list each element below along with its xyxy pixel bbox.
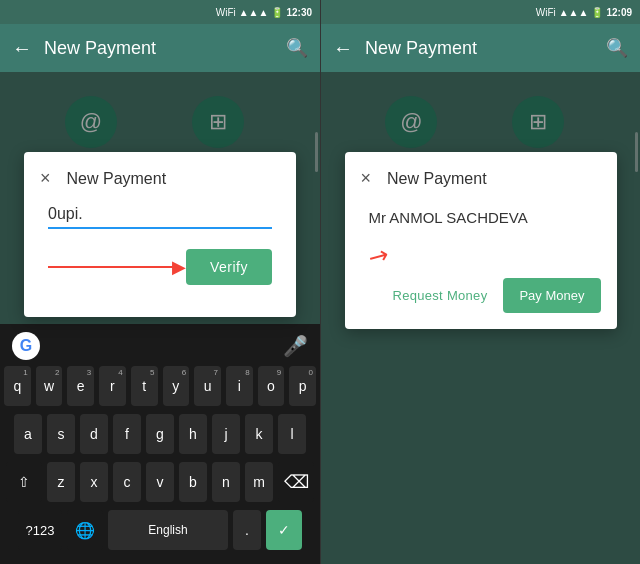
key-u[interactable]: 7u bbox=[194, 366, 221, 406]
key-o[interactable]: 9o bbox=[258, 366, 285, 406]
dialog-actions: Request Money Pay Money bbox=[361, 278, 601, 313]
key-e[interactable]: 3e bbox=[67, 366, 94, 406]
key-w[interactable]: 2w bbox=[36, 366, 63, 406]
dialog-arrow-row: ▶ Verify bbox=[40, 249, 280, 285]
key-m[interactable]: m bbox=[245, 462, 273, 502]
time-left: 12:30 bbox=[286, 7, 312, 18]
key-l[interactable]: l bbox=[278, 414, 306, 454]
new-payment-dialog-right: × New Payment Mr ANMOL SACHDEVA ↗ Reques… bbox=[345, 152, 617, 329]
user-name: Mr ANMOL SACHDEVA bbox=[361, 205, 601, 242]
red-line bbox=[48, 266, 176, 268]
app-header-left: ← New Payment 🔍 bbox=[0, 24, 320, 72]
key-b[interactable]: b bbox=[179, 462, 207, 502]
key-numbers[interactable]: ?123 bbox=[18, 510, 62, 550]
keyboard-row-3: ⇧ z x c v b n m ⌫ bbox=[4, 462, 316, 502]
keyboard-row-2: a s d f g h j k l bbox=[4, 414, 316, 454]
key-v[interactable]: v bbox=[146, 462, 174, 502]
dialog-input-row bbox=[40, 205, 280, 229]
dialog-header-left: × New Payment bbox=[40, 168, 280, 189]
key-g[interactable]: g bbox=[146, 414, 174, 454]
keyboard-area: G 🎤 1q 2w 3e 4r 5t 6y 7u 8i 9o 0p a s d … bbox=[0, 324, 320, 564]
left-panel: WiFi ▲▲▲ 🔋 12:30 ← New Payment 🔍 @ TO UP… bbox=[0, 0, 320, 564]
new-payment-dialog-left: × New Payment ▶ Verify bbox=[24, 152, 296, 317]
key-i[interactable]: 8i bbox=[226, 366, 253, 406]
status-bar-left: WiFi ▲▲▲ 🔋 12:30 bbox=[0, 0, 320, 24]
dialog-close-left[interactable]: × bbox=[40, 168, 51, 189]
key-space[interactable]: English bbox=[108, 510, 228, 550]
key-f[interactable]: f bbox=[113, 414, 141, 454]
key-globe[interactable]: 🌐 bbox=[67, 510, 103, 550]
signal-icon-right: ▲▲▲ bbox=[559, 7, 589, 18]
dialog-title-left: New Payment bbox=[67, 170, 167, 188]
pay-money-button[interactable]: Pay Money bbox=[503, 278, 600, 313]
arrow-right-icon: ▶ bbox=[172, 256, 186, 278]
request-money-button[interactable]: Request Money bbox=[389, 280, 492, 311]
key-x[interactable]: x bbox=[80, 462, 108, 502]
key-j[interactable]: j bbox=[212, 414, 240, 454]
key-d[interactable]: d bbox=[80, 414, 108, 454]
status-icons-left: WiFi ▲▲▲ 🔋 12:30 bbox=[216, 7, 312, 18]
main-content-left: @ TO UPI ID ⊞ Scan QR code × New Payment bbox=[0, 72, 320, 324]
key-y[interactable]: 6y bbox=[163, 366, 190, 406]
key-k[interactable]: k bbox=[245, 414, 273, 454]
right-panel: WiFi ▲▲▲ 🔋 12:09 ← New Payment 🔍 @ TO UP… bbox=[320, 0, 640, 564]
back-button-left[interactable]: ← bbox=[12, 37, 32, 60]
time-right: 12:09 bbox=[606, 7, 632, 18]
header-title-right: New Payment bbox=[365, 38, 594, 59]
wifi-icon: WiFi bbox=[216, 7, 236, 18]
dialog-overlay-left: × New Payment ▶ Verify bbox=[0, 72, 320, 324]
key-q[interactable]: 1q bbox=[4, 366, 31, 406]
key-check[interactable]: ✓ bbox=[266, 510, 302, 550]
google-logo: G bbox=[12, 332, 40, 360]
search-icon-left[interactable]: 🔍 bbox=[286, 37, 308, 59]
key-shift[interactable]: ⇧ bbox=[6, 462, 42, 502]
wifi-icon-right: WiFi bbox=[536, 7, 556, 18]
key-z[interactable]: z bbox=[47, 462, 75, 502]
verify-button[interactable]: Verify bbox=[186, 249, 272, 285]
dialog-header-right: × New Payment bbox=[361, 168, 601, 189]
key-p[interactable]: 0p bbox=[289, 366, 316, 406]
status-bar-right: WiFi ▲▲▲ 🔋 12:09 bbox=[321, 0, 640, 24]
dialog-close-right[interactable]: × bbox=[361, 168, 372, 189]
app-header-right: ← New Payment 🔍 bbox=[321, 24, 640, 72]
key-period[interactable]: . bbox=[233, 510, 261, 550]
key-t[interactable]: 5t bbox=[131, 366, 158, 406]
search-icon-right[interactable]: 🔍 bbox=[606, 37, 628, 59]
key-s[interactable]: s bbox=[47, 414, 75, 454]
key-r[interactable]: 4r bbox=[99, 366, 126, 406]
header-title-left: New Payment bbox=[44, 38, 274, 59]
back-button-right[interactable]: ← bbox=[333, 37, 353, 60]
battery-icon: 🔋 bbox=[271, 7, 283, 18]
key-h[interactable]: h bbox=[179, 414, 207, 454]
main-content-right: @ TO UPI ID ⊞ Scan QR code × New Payment… bbox=[321, 72, 640, 564]
signal-icon: ▲▲▲ bbox=[239, 7, 269, 18]
red-arrow-icon: ↗ bbox=[363, 239, 394, 273]
key-c[interactable]: c bbox=[113, 462, 141, 502]
dialog-title-right: New Payment bbox=[387, 170, 487, 188]
dialog-overlay-right: × New Payment Mr ANMOL SACHDEVA ↗ Reques… bbox=[321, 72, 640, 564]
dialog-arrow-row2: ↗ bbox=[361, 242, 601, 270]
keyboard-row-4: ?123 🌐 English . ✓ bbox=[4, 510, 316, 550]
status-icons-right: WiFi ▲▲▲ 🔋 12:09 bbox=[536, 7, 632, 18]
upi-input[interactable] bbox=[48, 205, 272, 229]
key-a[interactable]: a bbox=[14, 414, 42, 454]
key-n[interactable]: n bbox=[212, 462, 240, 502]
mic-icon[interactable]: 🎤 bbox=[283, 334, 308, 358]
key-delete[interactable]: ⌫ bbox=[278, 462, 314, 502]
battery-icon-right: 🔋 bbox=[591, 7, 603, 18]
keyboard-row-1: 1q 2w 3e 4r 5t 6y 7u 8i 9o 0p bbox=[4, 366, 316, 406]
keyboard-top-row: G 🎤 bbox=[4, 332, 316, 366]
